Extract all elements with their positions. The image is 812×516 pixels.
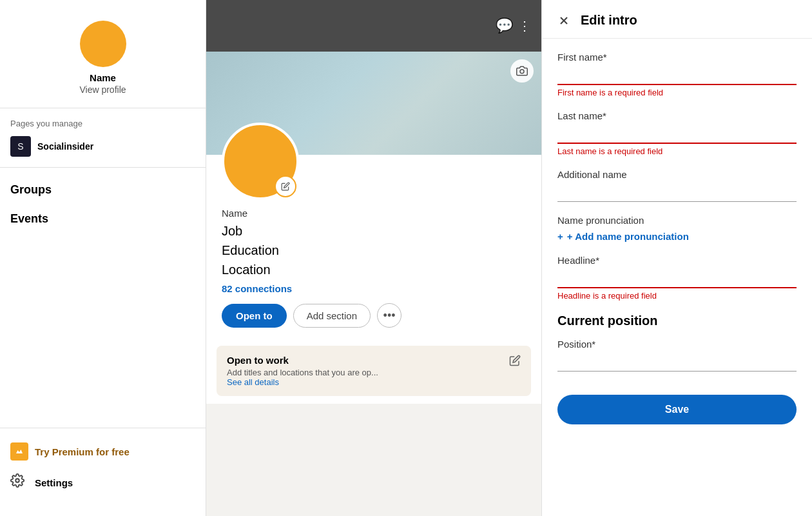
premium-icon [10,442,28,461]
top-bar: 💬 ⋮ [206,0,541,52]
open-to-work-title: Open to work [227,355,504,366]
first-name-error: First name is a required field [557,88,797,97]
position-label: Position* [557,339,797,350]
sidebar-pages-label: Pages you manage [0,114,206,131]
add-pronunciation-plus: + [557,231,563,242]
close-button[interactable] [557,14,570,27]
edit-panel-body: First name* First name is a required fie… [542,39,812,437]
cover-camera-button[interactable] [510,59,534,83]
last-name-label: Last name* [557,110,797,121]
sidebar-bottom: Try Premium for free Settings [0,428,206,506]
first-name-input[interactable] [557,65,797,85]
sidebar-groups-label[interactable]: Groups [0,173,206,202]
more-dots-icon[interactable]: ⋮ [518,18,531,34]
profile-job-line3: Location [222,263,271,277]
sidebar-user-name: Name [90,72,116,83]
add-pronunciation-text: + Add name pronunciation [567,231,689,242]
name-pronunciation-label: Name pronunciation [557,215,797,226]
more-dots-icon: ••• [383,309,396,322]
last-name-group: Last name* Last name is a required field [557,110,797,156]
headline-input[interactable] [557,268,797,288]
open-to-button[interactable]: Open to [222,304,287,328]
see-all-details-link[interactable]: See all details [227,377,504,387]
profile-info: Name Job Education Location 82 connectio… [206,203,541,338]
svg-point-1 [520,70,524,74]
svg-rect-0 [14,446,24,457]
open-to-work-desc: Add titles and locations that you are op… [227,368,504,377]
open-to-work-card: Open to work Add titles and locations th… [217,346,531,396]
profile-card: Name Job Education Location 82 connectio… [206,52,541,404]
sidebar-avatar [80,21,126,67]
name-pronunciation-group: Name pronunciation + + Add name pronunci… [557,215,797,242]
sidebar-page-item[interactable]: S Socialinsider [0,131,206,162]
edit-panel-header: Edit intro [542,0,812,39]
profile-job-line1: Job [222,224,242,238]
current-position-title: Current position [557,313,797,328]
profile-connections[interactable]: 82 connections [222,283,526,294]
add-pronunciation-link[interactable]: + + Add name pronunciation [557,231,797,242]
profile-name: Name [222,208,526,219]
avatar-edit-button[interactable] [275,175,296,197]
sidebar-premium-item[interactable]: Try Premium for free [0,436,206,467]
open-to-work-content: Open to work Add titles and locations th… [227,355,504,387]
additional-name-input[interactable] [557,183,797,202]
profile-actions: Open to Add section ••• [222,303,526,328]
add-section-button[interactable]: Add section [293,304,371,328]
last-name-input[interactable] [557,124,797,144]
sidebar-divider-1 [0,108,206,108]
additional-name-group: Additional name [557,169,797,202]
sidebar-page-name: Socialinsider [37,141,93,152]
additional-name-label: Additional name [557,169,797,180]
edit-panel-title: Edit intro [581,13,637,28]
sidebar-view-profile-link[interactable]: View profile [79,84,126,95]
settings-icon [10,473,28,491]
profile-job: Job Education Location [222,221,526,279]
main-content: 💬 ⋮ Name Job E [206,0,541,516]
settings-label: Settings [35,477,73,488]
chat-icon[interactable]: 💬 [496,17,513,34]
more-options-button[interactable]: ••• [377,303,401,328]
position-group: Position* [557,339,797,372]
premium-label: Try Premium for free [35,446,130,457]
first-name-label: First name* [557,52,797,63]
headline-error: Headline is a required field [557,291,797,301]
sidebar-events-label[interactable]: Events [0,202,206,231]
sidebar-settings-item[interactable]: Settings [0,467,206,498]
open-to-work-edit-button[interactable] [509,355,521,370]
profile-avatar-area [222,123,299,200]
headline-group: Headline* Headline is a required field [557,255,797,301]
sidebar-divider-2 [0,167,206,168]
edit-intro-panel: Edit intro First name* First name is a r… [541,0,812,516]
headline-label: Headline* [557,255,797,266]
first-name-group: First name* First name is a required fie… [557,52,797,97]
sidebar-page-icon: S [10,136,31,157]
save-button[interactable]: Save [557,395,797,424]
last-name-error: Last name is a required field [557,146,797,156]
left-sidebar: Name View profile Pages you manage S Soc… [0,0,206,516]
sidebar-profile: Name View profile [0,10,206,103]
profile-job-line2: Education [222,243,279,257]
position-input[interactable] [557,352,797,372]
